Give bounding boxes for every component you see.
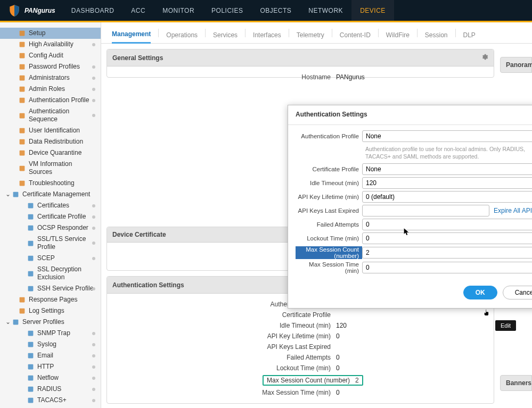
tab-content-id[interactable]: Content-ID xyxy=(340,26,371,43)
sidebar-item-ocsp-responder[interactable]: OCSP Responder xyxy=(0,222,101,234)
api-key-lifetime-select[interactable]: 0 (default) xyxy=(362,191,532,203)
status-dot-icon xyxy=(92,287,95,290)
sidebar-item-certificates[interactable]: Certificates xyxy=(0,200,101,211)
sidebar-item-label: Syslog xyxy=(37,340,56,348)
sidebar-item-label: Data Redistribution xyxy=(29,138,83,146)
svg-rect-5 xyxy=(19,87,24,92)
sidebar-item-label: SCEP xyxy=(37,254,55,262)
sidebar-item-radius[interactable]: RADIUS xyxy=(0,384,101,395)
max-session-time-input[interactable] xyxy=(362,262,532,273)
sidebar-item-certificate-profile[interactable]: Certificate Profile xyxy=(0,211,101,222)
sidebar-item-netflow[interactable]: Netflow xyxy=(0,372,101,384)
auth-row: API Key Lifetime (min)0 xyxy=(112,331,488,342)
sidebar-item-ssh-service-profile[interactable]: SSH Service Profile xyxy=(0,283,101,294)
general-settings-panel: General Settings HostnamePANgurus xyxy=(107,49,494,78)
expire-all-api-keys-link[interactable]: Expire All API Keys xyxy=(494,207,532,214)
status-dot-icon xyxy=(92,388,95,391)
auth-row: API Keys Last Expired xyxy=(112,342,488,352)
sidebar-item-email[interactable]: Email xyxy=(0,350,101,361)
auth-row: Max Session Time (min)0 xyxy=(112,387,488,398)
device-icon xyxy=(18,127,26,135)
sidebar-item-http[interactable]: HTTP xyxy=(0,361,101,372)
ok-button[interactable]: OK xyxy=(463,286,497,299)
sidebar-item-ssl-tls-service-profile[interactable]: SSL/TLS Service Profile xyxy=(0,234,101,253)
sidebar-item-user-identification[interactable]: User Identification xyxy=(0,125,101,136)
sidebar-item-log-settings[interactable]: Log Settings xyxy=(0,305,101,317)
sidebar-item-config-audit[interactable]: Config Audit xyxy=(0,50,101,61)
status-dot-icon xyxy=(92,204,95,207)
topnav-device[interactable]: DEVICE xyxy=(351,0,394,21)
server-icon xyxy=(27,386,34,393)
sidebar-item-password-profiles[interactable]: Password Profiles xyxy=(0,61,101,72)
tab-management[interactable]: Management xyxy=(112,25,151,44)
lockout-time-label: Lockout Time (min) xyxy=(296,235,362,242)
svg-rect-15 xyxy=(28,214,33,220)
status-dot-icon xyxy=(92,88,95,91)
auth-settings-dialog: Authentication Settings ? Authentication… xyxy=(288,105,532,309)
idle-timeout-select[interactable]: 120 xyxy=(362,177,532,189)
api-keys-expired-input[interactable] xyxy=(362,205,489,217)
sidebar-item-response-pages[interactable]: Response Pages xyxy=(0,294,101,305)
lockout-time-input[interactable] xyxy=(362,232,532,244)
sidebar-item-label: Netflow xyxy=(37,374,59,382)
panel-body: HostnamePANgurus xyxy=(107,66,494,77)
panel-title: General Settings xyxy=(112,54,163,62)
tab-interfaces[interactable]: Interfaces xyxy=(253,26,281,43)
sidebar-item-scep[interactable]: SCEP xyxy=(0,253,101,264)
sidebar-item-authentication-profile[interactable]: Authentication Profile xyxy=(0,95,101,106)
sidebar-item-tacacs-[interactable]: TACACS+ xyxy=(0,395,101,406)
failed-attempts-input[interactable] xyxy=(362,219,532,230)
sidebar-item-ldap[interactable]: LDAP xyxy=(0,406,101,408)
sidebar-item-setup[interactable]: Setup xyxy=(0,28,101,39)
chevron-down-icon[interactable]: ⌄ xyxy=(5,318,11,326)
sidebar-item-administrators[interactable]: Administrators xyxy=(0,72,101,84)
server-icon xyxy=(27,374,34,382)
svg-rect-8 xyxy=(19,128,24,134)
device-icon xyxy=(18,164,26,172)
sidebar-item-syslog[interactable]: Syslog xyxy=(0,339,101,350)
sidebar-item-label: SSL/TLS Service Profile xyxy=(37,235,96,251)
tab-operations[interactable]: Operations xyxy=(166,26,198,43)
svg-rect-13 xyxy=(13,192,18,197)
sidebar-item-device-quarantine[interactable]: Device Quarantine xyxy=(0,147,101,159)
sidebar-item-ssl-decryption-exclusion[interactable]: SSL Decryption Exclusion xyxy=(0,264,101,283)
auth-profile-select[interactable]: None xyxy=(362,130,532,142)
cert-profile-select[interactable]: None xyxy=(362,163,532,175)
max-session-count-input[interactable] xyxy=(362,247,532,259)
sidebar-item-server-profiles[interactable]: ⌄Server Profiles xyxy=(0,317,101,328)
auth-row: Certificate Profile xyxy=(112,310,488,320)
sidebar-item-certificate-management[interactable]: ⌄Certificate Management xyxy=(0,189,101,200)
topnav-policies[interactable]: POLICIES xyxy=(203,0,251,21)
tab-wildfire[interactable]: WildFire xyxy=(386,26,410,43)
device-icon xyxy=(18,149,26,157)
sidebar-item-authentication-sequence[interactable]: Authentication Sequence xyxy=(0,106,101,125)
sidebar-item-vm-information-sources[interactable]: VM Information Sources xyxy=(0,159,101,178)
sidebar-item-admin-roles[interactable]: Admin Roles xyxy=(0,84,101,95)
sidebar-item-label: TACACS+ xyxy=(37,396,67,404)
gear-icon[interactable] xyxy=(481,53,488,62)
cancel-button[interactable]: Cancel xyxy=(503,286,532,299)
sidebar-item-high-availability[interactable]: High Availability xyxy=(0,39,101,50)
topnav-dashboard[interactable]: DASHBOARD xyxy=(63,0,123,21)
sidebar-item-troubleshooting[interactable]: Troubleshooting xyxy=(0,178,101,189)
sidebar-item-label: Certificate Profile xyxy=(37,213,86,221)
tab-telemetry[interactable]: Telemetry xyxy=(297,26,324,43)
tab-dlp[interactable]: DLP xyxy=(463,26,476,43)
chevron-down-icon[interactable]: ⌄ xyxy=(5,190,11,198)
topnav-monitor[interactable]: MONITOR xyxy=(154,0,203,21)
log-icon xyxy=(18,307,26,315)
sidebar-item-snmp-trap[interactable]: SNMP Trap xyxy=(0,328,101,339)
sidebar-item-data-redistribution[interactable]: Data Redistribution xyxy=(0,136,101,147)
device-icon xyxy=(18,112,26,119)
tab-services[interactable]: Services xyxy=(213,26,238,43)
sidebar-item-label: Response Pages xyxy=(29,296,77,304)
sidebar-item-label: Password Profiles xyxy=(29,63,80,71)
status-dot-icon xyxy=(92,77,95,80)
topnav-objects[interactable]: OBJECTS xyxy=(251,0,300,21)
cert-profile-label: Certificate Profile xyxy=(296,166,362,172)
topnav-acc[interactable]: ACC xyxy=(122,0,154,21)
dialog-title-bar: Authentication Settings ? xyxy=(288,105,532,125)
page-icon xyxy=(18,296,26,304)
topnav-network[interactable]: NETWORK xyxy=(300,0,351,21)
tab-session[interactable]: Session xyxy=(425,26,448,43)
